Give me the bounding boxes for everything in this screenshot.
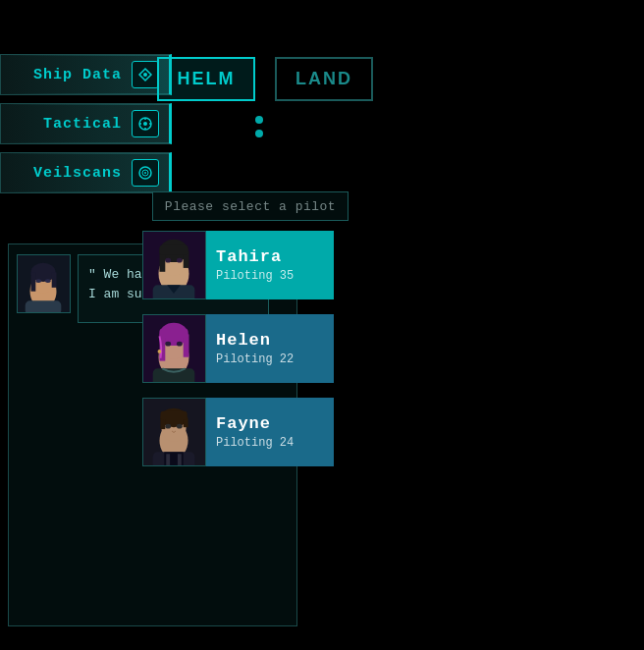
svg-point-17 [45,279,51,283]
svg-point-9 [144,172,146,174]
pilot-name-fayne: Fayne [216,414,324,433]
dot-1 [255,116,263,124]
tab-land[interactable]: LAND [275,57,373,101]
pilot-info-fayne: Fayne Piloting 24 [206,398,334,466]
svg-point-38 [158,350,162,353]
pilot-info-tahira: Tahira Piloting 35 [206,231,334,299]
veilscans-icon [132,159,159,187]
svg-point-16 [35,279,41,283]
svg-rect-52 [178,454,182,465]
tab-helm[interactable]: HELM [157,57,255,101]
svg-rect-15 [52,272,57,287]
pilot-stat-fayne: Piloting 24 [216,436,324,450]
svg-rect-18 [26,300,62,313]
pilot-info-helen: Helen Piloting 22 [206,314,334,383]
pilot-stat-helen: Piloting 22 [216,352,324,366]
svg-point-0 [143,73,147,77]
pilot-stat-tahira: Piloting 35 [216,269,324,283]
svg-rect-51 [166,454,170,465]
dots-indicator [255,116,263,137]
svg-rect-14 [30,272,35,291]
tactical-label: Tactical [43,116,122,133]
pilots-list: Tahira Piloting 35 [142,231,334,466]
tactical-icon [132,110,159,137]
ship-data-icon [132,61,159,88]
dot-2 [255,130,263,137]
svg-point-27 [177,258,183,263]
sidebar: Ship Data Tactical Veilscans [0,54,182,201]
nav-tactical[interactable]: Tactical [0,103,172,144]
svg-point-48 [177,424,183,429]
pilot-row-helen[interactable]: Helen Piloting 22 [142,314,334,383]
svg-point-37 [177,342,183,347]
svg-point-26 [165,258,171,263]
tab-bar: HELM LAND [157,57,373,101]
nav-ship-data[interactable]: Ship Data [0,54,172,95]
svg-rect-25 [159,245,188,255]
svg-rect-46 [160,411,187,420]
pilot-avatar-helen [142,314,206,383]
pilot-avatar-tahira [142,231,206,299]
svg-point-47 [165,424,171,429]
pilot-avatar-fayne [142,398,206,466]
veilscans-label: Veilscans [33,165,122,182]
svg-point-36 [165,342,171,347]
svg-rect-35 [159,329,188,339]
svg-point-2 [143,122,147,126]
svg-rect-39 [153,368,195,383]
pilot-prompt: Please select a pilot [152,191,349,221]
char-portrait [17,254,71,313]
nav-veilscans[interactable]: Veilscans [0,152,172,193]
pilot-name-helen: Helen [216,331,324,350]
ship-data-label: Ship Data [33,67,122,83]
pilot-row-fayne[interactable]: Fayne Piloting 24 [142,398,334,466]
pilot-row-tahira[interactable]: Tahira Piloting 35 [142,231,334,299]
pilot-name-tahira: Tahira [216,247,324,266]
